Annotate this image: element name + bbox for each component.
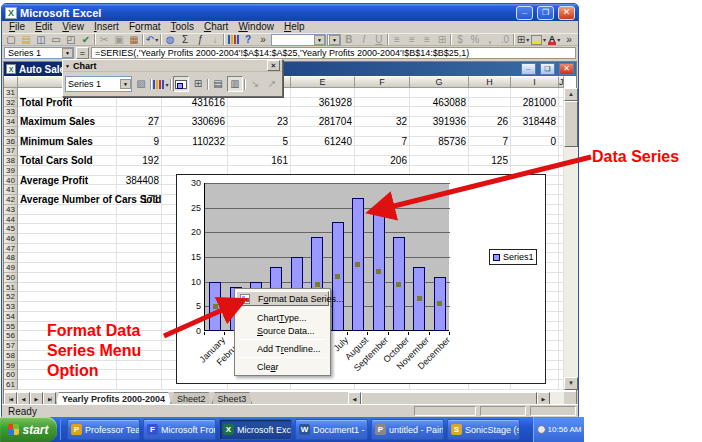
by-column-icon[interactable]: ▥ [227,76,243,92]
underline-icon[interactable]: U [372,33,386,46]
cell-A40[interactable]: Average Profit [18,176,117,186]
cell-A34[interactable]: Maximum Sales [18,117,117,127]
hyperlink-icon[interactable]: ◍ [163,33,177,46]
cell-E34[interactable]: 281704 [291,117,355,127]
help-icon[interactable]: ? [241,33,255,46]
cell-B49[interactable] [117,263,162,273]
cell-H36[interactable]: 7 [469,137,511,147]
minimize-button[interactable] [516,6,533,20]
spelling-icon[interactable]: ✔ [79,33,93,46]
data-table-icon[interactable]: ⊞ [190,76,206,92]
menu-tools[interactable]: Tools [166,21,199,33]
row-header-60[interactable]: 60 [4,370,18,380]
taskbar-button-untitled-paint[interactable]: Puntitled - Paint [371,419,444,440]
align-right-icon[interactable]: ≡ [420,33,434,46]
cell-A38[interactable]: Total Cars Sold [18,156,117,166]
cell-A47[interactable] [18,244,117,254]
workbook-minimize-button[interactable] [521,63,536,75]
cell-F31[interactable] [355,88,410,98]
workbook-close-button[interactable] [559,63,574,75]
cell-G32[interactable]: 463088 [410,98,469,108]
cell-D36[interactable]: 5 [228,137,291,147]
cell-I38[interactable] [511,156,559,166]
cell-A36[interactable]: Minimum Sales [18,137,117,147]
row-header-33[interactable]: 33 [4,107,18,117]
column-header-J[interactable]: J [559,76,564,88]
font-size-dropdown-icon[interactable] [329,35,340,45]
cell-G36[interactable]: 85736 [410,137,469,147]
name-box[interactable]: Series 1 [4,47,74,59]
row-header-59[interactable]: 59 [4,361,18,371]
cell-A32[interactable]: Total Profit [18,98,117,108]
cell-B50[interactable] [117,273,162,283]
cell-A51[interactable] [18,283,117,293]
title-bar[interactable]: Microsoft Excel [2,4,578,21]
cell-E32[interactable]: 361928 [291,98,355,108]
row-header-61[interactable]: 61 [4,380,18,390]
cell-D32[interactable] [228,98,291,108]
cell-B40[interactable]: 384408 [117,176,162,186]
menu-view[interactable]: View [57,21,89,33]
cell-H38[interactable]: 125 [469,156,511,166]
start-button[interactable]: start [0,417,57,442]
restore-button[interactable] [537,6,554,20]
context-menu-item-clear[interactable]: Clear [236,360,329,373]
chart-objects-combo[interactable]: Series 1 [65,76,132,92]
row-header-56[interactable]: 56 [4,331,18,341]
row-header-34[interactable]: 34 [4,117,18,127]
menu-window[interactable]: Window [233,21,279,33]
menu-file[interactable]: File [4,21,30,33]
cell-A53[interactable] [18,302,117,312]
cell-C38[interactable] [162,156,228,166]
cell-F32[interactable] [355,98,410,108]
menu-chart[interactable]: Chart [199,21,233,33]
context-menu-item-charttype[interactable]: Chart Type... [236,311,329,324]
cell-B46[interactable] [117,234,162,244]
increase-decimal-icon[interactable]: .0 [498,33,512,46]
font-combo[interactable] [271,34,326,46]
bold-icon[interactable]: B [342,33,356,46]
column-header-E[interactable]: E [291,76,355,88]
cell-B45[interactable] [117,224,162,234]
cell-B38[interactable]: 192 [117,156,162,166]
font-size-combo[interactable] [327,34,341,46]
row-header-38[interactable]: 38 [4,156,18,166]
chart-objects-dropdown-icon[interactable] [120,79,131,89]
currency-icon[interactable]: $ [453,33,467,46]
row-header-53[interactable]: 53 [4,302,18,312]
row-header-57[interactable]: 57 [4,341,18,351]
cell-I32[interactable]: 281000 [511,98,559,108]
cell-E37[interactable] [291,146,355,156]
row-header-31[interactable]: 31 [4,88,18,98]
print-preview-icon[interactable]: ◰ [64,33,78,46]
align-center-icon[interactable]: ≡ [405,33,419,46]
row-header-44[interactable]: 44 [4,215,18,225]
scroll-down-icon[interactable] [564,377,578,390]
row-header-45[interactable]: 45 [4,224,18,234]
undo-icon[interactable]: ↶▾ [145,33,159,46]
cell-A44[interactable] [18,215,117,225]
name-box-dropdown-icon[interactable] [62,48,73,58]
italic-icon[interactable]: I [357,33,371,46]
edit-formula-button[interactable]: = [76,47,89,59]
row-header-32[interactable]: 32 [4,98,18,108]
row-header-49[interactable]: 49 [4,263,18,273]
vertical-scrollbar[interactable] [564,88,578,390]
font-combo-dropdown-icon[interactable] [314,35,325,45]
cell-B47[interactable] [117,244,162,254]
row-header-51[interactable]: 51 [4,283,18,293]
cell-F38[interactable]: 206 [355,156,410,166]
menu-format[interactable]: Format [124,21,166,33]
cell-B61[interactable] [117,380,162,390]
autosum-icon[interactable]: Σ [178,33,192,46]
scroll-up-icon[interactable] [564,88,578,101]
menu-edit[interactable]: Edit [30,21,57,33]
font-color-icon[interactable]: A▾ [547,33,561,46]
cell-B52[interactable] [117,292,162,302]
row-header-36[interactable]: 36 [4,137,18,147]
toolbar-menu-icon[interactable] [65,63,70,69]
row-header-46[interactable]: 46 [4,234,18,244]
angle-text-up-icon[interactable]: ↗ [264,76,280,92]
open-icon[interactable]: ▤ [19,33,33,46]
cell-E38[interactable] [291,156,355,166]
